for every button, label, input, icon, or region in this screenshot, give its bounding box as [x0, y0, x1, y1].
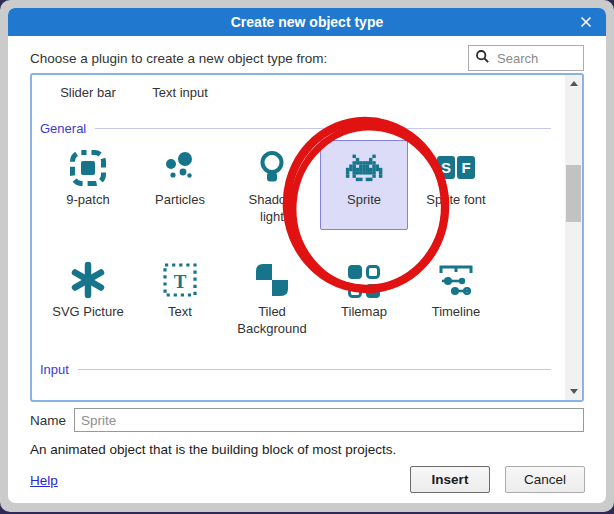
nine-patch-icon	[68, 148, 108, 188]
svg-text:S: S	[441, 159, 451, 176]
plugin-grid: Slider barText inputGeneral9-patchPartic…	[32, 75, 565, 400]
cancel-button[interactable]: Cancel	[505, 466, 585, 493]
dialog-titlebar: Create new object type	[8, 8, 606, 36]
plugin-item-tilemap[interactable]: Tilemap	[320, 252, 408, 342]
plugin-item-label: 9-patch	[66, 192, 109, 209]
triangle-down-icon	[570, 389, 578, 394]
plugin-item-label: Timeline	[432, 304, 481, 321]
tilemap-icon	[344, 260, 384, 300]
tiled-background-icon	[252, 260, 292, 300]
plugin-item-label: Shadow light	[236, 192, 308, 225]
plugin-item-text-input[interactable]: Text input	[148, 85, 212, 101]
search-box	[468, 45, 584, 71]
plugin-item-timeline[interactable]: Timeline	[412, 252, 500, 342]
section-rule	[95, 128, 551, 129]
plugin-item-text[interactable]: TText	[136, 252, 224, 342]
close-button[interactable]	[578, 15, 594, 31]
text-icon: T	[160, 260, 200, 300]
triangle-up-icon	[570, 81, 578, 86]
plugin-item-svg-picture[interactable]: SVG Picture	[44, 252, 132, 342]
insert-button[interactable]: Insert	[410, 466, 490, 493]
section-rule	[78, 369, 551, 370]
plugin-item-9-patch[interactable]: 9-patch	[44, 140, 132, 230]
scroll-down-button[interactable]	[565, 383, 582, 400]
name-input[interactable]	[74, 408, 584, 432]
partial-row: Slider barText input	[32, 85, 565, 101]
prompt-label: Choose a plugin to create a new object t…	[30, 51, 327, 66]
create-object-dialog: Create new object type Choose a plugin t…	[8, 8, 606, 503]
plugin-item-slider-bar[interactable]: Slider bar	[56, 85, 120, 101]
plugin-item-label: Sprite	[347, 192, 381, 209]
list-scrollbar[interactable]	[565, 75, 582, 400]
plugin-listbox: Slider barText inputGeneral9-patchPartic…	[30, 73, 584, 402]
name-row: Name	[30, 408, 584, 432]
svg-picture-icon	[68, 260, 108, 300]
dialog-title: Create new object type	[231, 14, 384, 30]
help-link[interactable]: Help	[30, 473, 58, 488]
particles-icon	[160, 148, 200, 188]
scrollbar-thumb[interactable]	[566, 165, 581, 222]
svg-text:T: T	[174, 271, 187, 292]
scroll-up-button[interactable]	[565, 75, 582, 92]
search-input[interactable]	[495, 50, 577, 67]
plugin-description: An animated object that is the building …	[30, 442, 396, 457]
section-header-input: Input	[32, 362, 565, 377]
section-title: General	[40, 121, 86, 136]
plugin-item-sprite-font[interactable]: SFSprite font	[412, 140, 500, 230]
tile-grid: 9-patchParticlesShadow lightSpriteSFSpri…	[32, 140, 565, 342]
search-icon	[475, 49, 490, 68]
plugin-item-label: Particles	[155, 192, 205, 209]
plugin-item-sprite[interactable]: Sprite	[320, 140, 408, 230]
plugin-item-label: SVG Picture	[52, 304, 124, 321]
name-label: Name	[30, 413, 66, 428]
plugin-item-particles[interactable]: Particles	[136, 140, 224, 230]
plugin-item-label: Tilemap	[341, 304, 387, 321]
timeline-icon	[436, 260, 476, 300]
sprite-font-icon: SF	[436, 148, 476, 188]
plugin-item-shadow-light[interactable]: Shadow light	[228, 140, 316, 230]
sprite-icon	[344, 148, 384, 188]
plugin-item-tiled-background[interactable]: Tiled Background	[228, 252, 316, 342]
plugin-item-label: Text	[168, 304, 192, 321]
svg-text:F: F	[461, 159, 470, 176]
shadow-light-icon	[252, 148, 292, 188]
section-header-general: General	[32, 121, 565, 136]
plugin-item-label: Tiled Background	[236, 304, 308, 337]
section-title: Input	[40, 362, 69, 377]
plugin-item-label: Sprite font	[426, 192, 485, 209]
close-icon	[580, 15, 592, 31]
